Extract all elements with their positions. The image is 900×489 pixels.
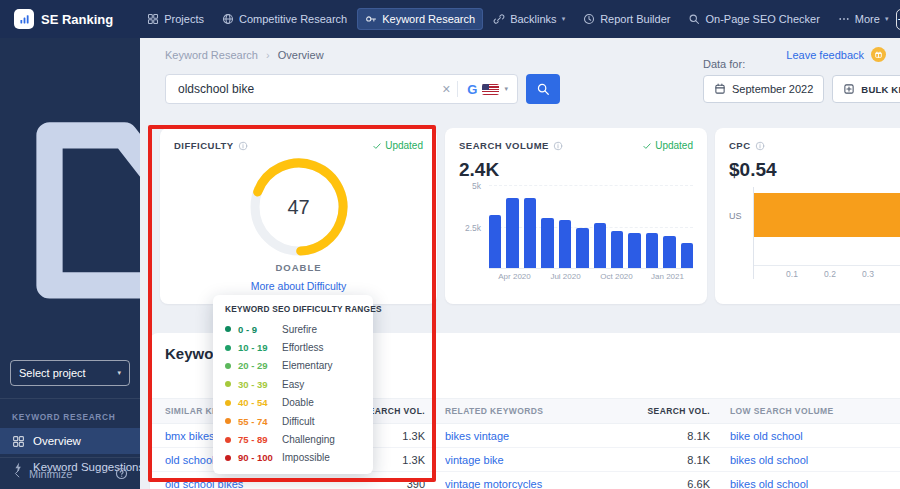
updated-badge: Updated — [372, 140, 423, 151]
search-volume-xlabels: Apr 2020Jul 2020Oct 2020Jan 2021 — [489, 272, 693, 284]
range-dot-icon — [225, 400, 231, 406]
breadcrumb-parent-link[interactable]: Keyword Research — [165, 49, 258, 61]
bulk-keyword-analysis-button[interactable]: BULK KEYWORD ANALYSIS — [832, 75, 900, 103]
related-keywords-header[interactable]: RELATED KEYWORDS — [445, 406, 620, 416]
sidebar-item-all-projects[interactable]: All Projects — [0, 44, 140, 358]
x-axis-label: 0.1 — [786, 269, 798, 279]
difficulty-range-row: 75 - 89Challenging — [225, 430, 361, 448]
minimize-label: Minimize — [29, 468, 72, 480]
data-for-label: Data for: — [703, 58, 900, 70]
date-picker-button[interactable]: September 2022 — [703, 75, 824, 103]
calendar-icon — [714, 83, 726, 95]
main-content: Keyword Research › Overview Leave feedba… — [140, 38, 900, 489]
magnifier-icon — [536, 82, 550, 96]
search-volume-value: 2.4K — [459, 159, 693, 181]
low-volume-keyword-link[interactable]: bikes old school — [730, 454, 900, 466]
sidebar-item-overview[interactable]: Overview — [0, 428, 140, 454]
minimize-button[interactable]: Minimize — [12, 468, 72, 480]
keyword-search-box: × G ▾ — [165, 74, 518, 104]
project-select[interactable]: Select project ▾ — [10, 360, 130, 386]
nav-item-label: On-Page SEO Checker — [705, 13, 819, 25]
top-nav-items: ProjectsCompetitive ResearchKeyword Rese… — [139, 8, 896, 30]
low-volume-keyword-link[interactable]: bike old school — [730, 430, 900, 442]
related-search-vol-header[interactable]: SEARCH VOL. — [640, 406, 710, 416]
cpc-card: CPC $0.54 US 0.10.20.3 — [715, 128, 900, 304]
cpc-card-title: CPC — [729, 140, 765, 151]
bulk-analysis-icon — [843, 83, 855, 95]
nav-item-label: Report Builder — [600, 13, 670, 25]
info-icon[interactable] — [553, 141, 563, 151]
help-icon[interactable] — [115, 467, 128, 480]
range-dot-icon — [225, 437, 231, 443]
keyword-search-input[interactable] — [166, 82, 435, 96]
bulk-analysis-label: BULK KEYWORD ANALYSIS — [861, 84, 900, 95]
chevron-down-icon: ▾ — [562, 15, 566, 23]
search-engine-select[interactable]: G ▾ — [458, 82, 517, 97]
low-search-volume-header[interactable]: LOW SEARCH VOLUME — [730, 406, 900, 416]
search-volume-bar — [489, 215, 501, 268]
search-button[interactable] — [526, 74, 560, 104]
brand[interactable]: SE Ranking — [14, 9, 113, 29]
search-volume-bar — [524, 198, 536, 268]
difficulty-gauge: 47 — [247, 155, 351, 259]
difficulty-band: DOABLE — [174, 262, 423, 273]
related-keyword-link[interactable]: vintage motorcycles — [445, 478, 620, 489]
chevron-down-icon: ▾ — [504, 85, 508, 93]
card-title-text: SEARCH VOLUME — [459, 140, 549, 151]
globe-icon — [222, 13, 234, 25]
grid-icon — [147, 13, 159, 25]
sidebar-section-title: KEYWORD RESEARCH — [0, 399, 140, 428]
brand-name: SE Ranking — [41, 12, 113, 27]
info-icon[interactable] — [755, 141, 765, 151]
search-volume-bar — [541, 218, 553, 268]
range-value: 90 - 100 — [238, 452, 282, 463]
updated-label: Updated — [385, 140, 423, 151]
search-volume-bar — [611, 231, 623, 268]
cpc-chart: US 0.10.20.3 — [729, 187, 900, 279]
difficulty-score: 47 — [247, 155, 351, 259]
nav-item-competitive-research[interactable]: Competitive Research — [214, 8, 355, 30]
arrow-left-icon — [12, 468, 23, 479]
search-volume-bar — [663, 236, 675, 268]
nav-item-report-builder[interactable]: Report Builder — [575, 8, 678, 30]
se-ranking-logo-icon — [14, 9, 34, 29]
search-volume-bar — [559, 220, 571, 268]
related-keyword-link[interactable]: vintage bike — [445, 454, 620, 466]
nav-item-label: Keyword Research — [382, 13, 475, 25]
check-icon — [642, 141, 652, 151]
range-dot-icon — [225, 363, 231, 369]
nav-item-keyword-research[interactable]: Keyword Research — [357, 8, 483, 30]
card-title-text: CPC — [729, 140, 751, 151]
search-volume-bar — [646, 233, 658, 268]
x-axis-label: Apr 2020 — [498, 272, 530, 281]
nav-item-on-page-seo-checker[interactable]: On-Page SEO Checker — [680, 8, 827, 30]
low-volume-keyword-link[interactable]: bikes old school — [730, 478, 900, 489]
range-label: Doable — [282, 397, 314, 408]
nav-item-more[interactable]: More▾ — [830, 8, 897, 30]
x-axis-label: Jan 2021 — [651, 272, 684, 281]
nav-item-label: Competitive Research — [239, 13, 347, 25]
search-volume-card: SEARCH VOLUME Updated 2.4K 5k2.5k Apr 2 — [445, 128, 707, 304]
related-keyword-link[interactable]: bikes vintage — [445, 430, 620, 442]
clear-icon[interactable]: × — [435, 82, 457, 96]
add-button[interactable]: + — [896, 9, 900, 30]
range-label: Easy — [282, 379, 304, 390]
nav-item-projects[interactable]: Projects — [139, 8, 212, 30]
range-dot-icon — [225, 326, 231, 332]
x-axis-label: Oct 2020 — [600, 272, 632, 281]
nav-item-backlinks[interactable]: Backlinks▾ — [485, 8, 573, 30]
related-keyword-volume: 8.1K — [640, 430, 710, 442]
search-volume-bar — [576, 228, 588, 268]
card-title-text: DIFFICULTY — [174, 140, 234, 151]
more-about-difficulty-link[interactable]: More about Difficulty — [174, 280, 423, 292]
difficulty-range-row: 0 - 9Surefire — [225, 320, 361, 338]
grid-icon — [12, 435, 25, 448]
similar-keyword-link[interactable]: old school bikes — [165, 478, 335, 489]
range-label: Impossible — [282, 452, 330, 463]
range-dot-icon — [225, 418, 231, 424]
x-axis-label: 0.3 — [862, 269, 874, 279]
info-icon[interactable] — [238, 141, 248, 151]
keyword-table-row: old school bikes390vintage motorcycles6.… — [150, 472, 900, 489]
range-dot-icon — [225, 381, 231, 387]
difficulty-range-row: 90 - 100Impossible — [225, 449, 361, 467]
